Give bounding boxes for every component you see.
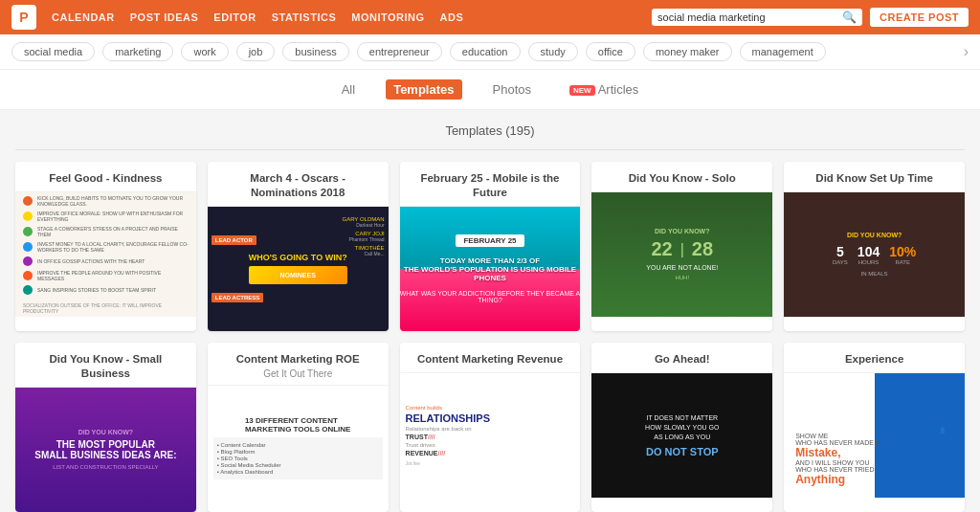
template-card-did-know-setup[interactable]: Did Know Set Up Time DID YOU KNOW? 5 DAY… — [784, 162, 965, 331]
card-image-4: DID YOU KNOW? 22 | 28 YOU ARE NOT ALONE!… — [591, 192, 772, 317]
filter-bar: All Templates Photos NEWArticles — [0, 70, 980, 110]
card-title-1: Feel Good - Kindness — [25, 171, 187, 186]
section-header: Templates (195) — [0, 110, 980, 145]
template-card-content-roe[interactable]: Content Marketing ROE Get It Out There 1… — [208, 343, 389, 512]
card-title-6: Did You Know - Small Business — [25, 352, 187, 381]
card-image-1: KICK LONG, BUILD HABITS TO MOTIVATE YOU … — [15, 192, 196, 317]
card-title-10: Experience — [793, 352, 955, 367]
card-header-2: March 4 - Oscars - Nominations 2018 — [208, 162, 389, 207]
search-input[interactable] — [657, 11, 842, 23]
tag-office[interactable]: office — [586, 42, 635, 61]
tag-work[interactable]: work — [181, 42, 228, 61]
app-logo[interactable]: P — [11, 5, 36, 30]
tag-marketing[interactable]: marketing — [102, 42, 173, 61]
card-image-5: DID YOU KNOW? 5 DAYS 104 HOURS 10% RATE — [784, 192, 965, 317]
card-header-4: Did You Know - Solo — [591, 162, 772, 192]
search-icon: 🔍 — [842, 11, 857, 24]
tag-strip: social media marketing work job business… — [0, 34, 980, 70]
lead-actress-label: LEAD ACTRESS — [212, 293, 263, 302]
tab-templates[interactable]: Templates — [386, 79, 461, 100]
card-title-8: Content Marketing Revenue — [410, 352, 571, 367]
tag-education[interactable]: education — [450, 42, 521, 61]
nav-right: 🔍 CREATE POST — [652, 8, 969, 27]
nav-calendar[interactable]: CALENDAR — [52, 11, 115, 23]
card-subtitle-7: Get It Out There — [217, 368, 379, 379]
template-card-did-know-solo[interactable]: Did You Know - Solo DID YOU KNOW? 22 | 2… — [591, 162, 772, 331]
card-title-2: March 4 - Oscars - Nominations 2018 — [217, 171, 379, 200]
tag-management[interactable]: management — [740, 42, 826, 61]
card-image-7: 13 DIFFERENT CONTENTMARKETING TOOLS ONLI… — [208, 386, 389, 510]
nav-monitoring[interactable]: MONITORING — [351, 11, 424, 23]
card-image-8: Content builds RELATIONSHIPS Relationshi… — [400, 373, 581, 498]
card-image-6: DID YOU KNOW? THE MOST POPULARSMALL BUSI… — [15, 388, 196, 512]
tag-social-media[interactable]: social media — [11, 42, 95, 61]
card-header-6: Did You Know - Small Business — [15, 343, 196, 388]
template-card-feel-good[interactable]: Feel Good - Kindness KICK LONG, BUILD HA… — [15, 162, 196, 331]
nav-ads[interactable]: ADS — [440, 11, 464, 23]
navbar: P CALENDAR POST IDEAS EDITOR STATISTICS … — [0, 0, 980, 34]
card-header-3: February 25 - Mobile is the Future — [400, 162, 581, 207]
template-card-small-business[interactable]: Did You Know - Small Business DID YOU KN… — [15, 343, 196, 512]
nav-post-ideas[interactable]: POST IDEAS — [130, 11, 199, 23]
card-title-3: February 25 - Mobile is the Future — [410, 171, 571, 200]
new-badge: NEW — [569, 85, 595, 96]
tab-photos[interactable]: Photos — [485, 79, 539, 100]
card-header-9: Go Ahead! — [591, 343, 772, 373]
card-title-4: Did You Know - Solo — [601, 171, 763, 186]
template-card-go-ahead[interactable]: Go Ahead! IT DOES NOT MATTERHOW SLOWLY Y… — [591, 343, 772, 512]
section-divider — [15, 149, 965, 150]
template-card-content-revenue[interactable]: Content Marketing Revenue Content builds… — [400, 343, 581, 512]
chevron-right-icon[interactable]: › — [964, 43, 969, 60]
card-header-1: Feel Good - Kindness — [15, 162, 196, 192]
lead-actor-label: LEAD ACTOR — [212, 235, 256, 245]
template-card-oscars[interactable]: March 4 - Oscars - Nominations 2018 LEAD… — [208, 162, 389, 331]
tab-all[interactable]: All — [334, 79, 363, 100]
card-header-7: Content Marketing ROE Get It Out There — [208, 343, 389, 386]
card-image-10: SHOW ME WHO HAS NEVER MADE A Mistake, AN… — [784, 373, 965, 498]
card-image-2: LEAD ACTOR LEAD ACTRESS WHO'S GOING TO W… — [208, 207, 389, 331]
template-card-experience[interactable]: Experience SHOW ME WHO HAS NEVER MADE A … — [784, 343, 965, 512]
card-header-5: Did Know Set Up Time — [784, 162, 965, 192]
tag-entrepreneur[interactable]: entrepreneur — [357, 42, 442, 61]
create-post-button[interactable]: CREATE POST — [870, 8, 969, 27]
template-grid: Feel Good - Kindness KICK LONG, BUILD HA… — [0, 162, 980, 512]
template-card-mobile[interactable]: February 25 - Mobile is the Future FEBRU… — [400, 162, 581, 331]
nav-editor[interactable]: EDITOR — [213, 11, 256, 23]
card-title-9: Go Ahead! — [601, 352, 763, 367]
nav-statistics[interactable]: STATISTICS — [272, 11, 337, 23]
card-header-10: Experience — [784, 343, 965, 373]
tab-articles[interactable]: NEWArticles — [562, 79, 646, 100]
tag-study[interactable]: study — [528, 42, 578, 61]
search-box: 🔍 — [652, 9, 862, 26]
card-image-3: FEBRUARY 25 TODAY MORE THAN 2/3 OFTHE WO… — [400, 207, 581, 331]
card-image-9: IT DOES NOT MATTERHOW SLOWLY YOU GOAS LO… — [591, 373, 772, 498]
tag-money-maker[interactable]: money maker — [643, 42, 732, 61]
nav-links: CALENDAR POST IDEAS EDITOR STATISTICS MO… — [52, 11, 636, 23]
tag-job[interactable]: job — [236, 42, 276, 61]
card-title-5: Did Know Set Up Time — [793, 171, 955, 186]
card-title-7: Content Marketing ROE — [217, 352, 379, 367]
tag-business[interactable]: business — [282, 42, 348, 61]
card-header-8: Content Marketing Revenue — [400, 343, 581, 373]
section-title: Templates (195) — [445, 123, 534, 138]
